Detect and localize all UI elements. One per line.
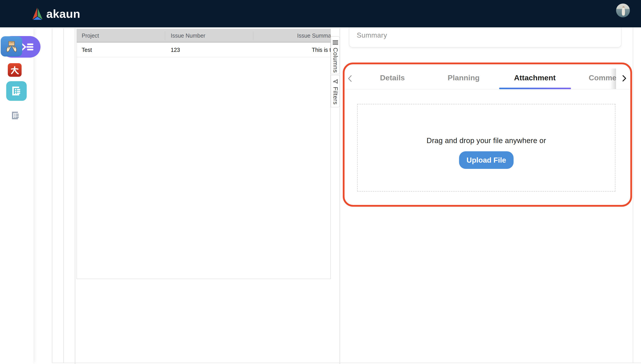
filters-side-tab[interactable]: Filters bbox=[331, 75, 340, 107]
columns-tab-label: Columns bbox=[332, 48, 339, 73]
dai-calligraphy-icon bbox=[10, 65, 20, 75]
active-tab-underline bbox=[499, 88, 571, 89]
column-header-issue-summary[interactable]: Issue Summa bbox=[297, 29, 331, 42]
cell-issue-summary: This is t bbox=[312, 42, 331, 57]
chevron-right-icon[interactable] bbox=[622, 75, 627, 82]
detail-tabs: Details Planning Attachment Commen bbox=[346, 68, 616, 89]
panel-divider-1[interactable] bbox=[52, 28, 52, 363]
panel-divider-2[interactable] bbox=[64, 28, 64, 363]
tab-comments[interactable]: Commen bbox=[589, 74, 616, 82]
column-separator bbox=[253, 31, 253, 40]
sidebar-item-logistics[interactable] bbox=[1, 36, 22, 56]
sidebar-item-dai-app[interactable] bbox=[8, 63, 22, 77]
expand-menu-icon bbox=[21, 42, 35, 52]
cell-project: Test bbox=[82, 42, 92, 57]
upload-dropzone[interactable]: Drag and drop your file anywhere or Uplo… bbox=[357, 104, 616, 192]
table-header-row: Project Issue Number Issue Summa bbox=[77, 29, 330, 42]
tab-planning[interactable]: Planning bbox=[448, 74, 480, 82]
sidebar bbox=[0, 27, 34, 364]
funnel-icon bbox=[333, 79, 338, 84]
issues-table: Project Issue Number Issue Summa Test 12… bbox=[76, 29, 331, 279]
tab-attachment[interactable]: Attachment bbox=[514, 74, 556, 82]
app-header: akaun bbox=[0, 0, 641, 27]
dropzone-text: Drag and drop your file anywhere or bbox=[358, 136, 615, 145]
summary-card[interactable]: Summary bbox=[349, 27, 622, 48]
tabs-divider bbox=[344, 89, 631, 89]
column-separator bbox=[165, 31, 165, 40]
cell-issue-number: 123 bbox=[171, 42, 180, 57]
akaun-triangle-logo-icon bbox=[31, 7, 44, 21]
sidebar-item-forms[interactable] bbox=[12, 111, 20, 120]
column-header-project[interactable]: Project bbox=[82, 29, 99, 42]
form-list-icon bbox=[12, 86, 21, 96]
chevron-left-icon[interactable] bbox=[348, 75, 352, 82]
filters-tab-label: Filters bbox=[332, 87, 339, 105]
right-panel-divider[interactable] bbox=[633, 27, 633, 363]
upload-file-button[interactable]: Upload File bbox=[459, 151, 514, 169]
summary-label: Summary bbox=[357, 31, 387, 40]
user-avatar[interactable] bbox=[616, 4, 630, 17]
logo-wordmark: akaun bbox=[46, 7, 80, 20]
form-list-icon-gray bbox=[12, 111, 20, 120]
sidebar-item-forms-active[interactable] bbox=[6, 81, 27, 101]
tab-details[interactable]: Details bbox=[380, 74, 405, 82]
column-lines-icon bbox=[333, 40, 338, 45]
columns-side-tab[interactable]: Columns bbox=[331, 36, 340, 74]
table-row[interactable]: Test 123 This is t bbox=[77, 42, 330, 57]
hands-holding-box-icon bbox=[5, 40, 18, 53]
brand-logo[interactable]: akaun bbox=[31, 7, 80, 21]
column-header-issue-number[interactable]: Issue Number bbox=[171, 29, 206, 42]
bottom-divider bbox=[52, 363, 641, 363]
